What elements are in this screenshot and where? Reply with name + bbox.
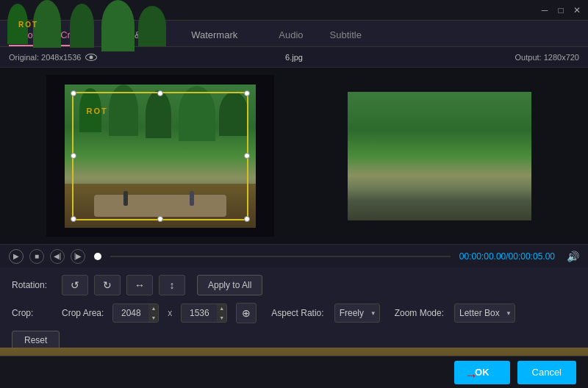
zoom-mode-label: Zoom Mode: bbox=[395, 308, 444, 318]
zoom-mode-select-wrapper: Letter Box bbox=[454, 303, 515, 323]
width-down-button[interactable]: ▼ bbox=[148, 313, 158, 323]
height-up-button[interactable]: ▲ bbox=[217, 303, 226, 313]
ok-button[interactable]: OK bbox=[454, 361, 510, 384]
volume-icon[interactable]: 🔊 bbox=[567, 251, 579, 262]
crop-handle-ml[interactable] bbox=[71, 153, 76, 159]
bottom-bar: → OK Cancel bbox=[0, 356, 588, 388]
crop-handle-br[interactable] bbox=[244, 216, 250, 222]
next-frame-button[interactable]: |▶ bbox=[71, 249, 85, 264]
height-down-button[interactable]: ▼ bbox=[217, 313, 226, 323]
crop-handle-tc[interactable] bbox=[157, 90, 163, 96]
minimize-button[interactable]: ─ bbox=[539, 5, 550, 15]
tab-subtitle[interactable]: Subtitle bbox=[318, 25, 373, 46]
aspect-ratio-select-wrapper: Freely bbox=[334, 303, 380, 323]
aspect-ratio-label: Aspect Ratio: bbox=[271, 308, 323, 318]
close-button[interactable]: ✕ bbox=[572, 5, 582, 15]
cancel-button[interactable]: Cancel bbox=[517, 361, 576, 384]
window-controls: ─ □ ✕ bbox=[539, 5, 582, 15]
flip-horizontal-button[interactable]: ↔ bbox=[126, 275, 153, 295]
crop-handle-tl[interactable] bbox=[71, 90, 76, 96]
stop-button[interactable]: ■ bbox=[29, 249, 44, 264]
original-info: Original: 2048x1536 bbox=[9, 53, 81, 62]
crop-label: Crop: bbox=[12, 308, 56, 318]
filename-label: 6.jpg bbox=[285, 53, 303, 62]
info-bar: Original: 2048x1536 6.jpg Output: 1280x7… bbox=[0, 47, 588, 68]
width-input-group: ▲ ▼ bbox=[112, 303, 159, 323]
crop-handle-tr[interactable] bbox=[244, 90, 250, 96]
preview-area: ROT ROT bbox=[0, 68, 588, 244]
prev-frame-button[interactable]: ◀| bbox=[50, 249, 65, 264]
preview-right: ROT bbox=[337, 82, 542, 229]
crop-overlay[interactable] bbox=[72, 92, 248, 220]
crop-area-label: Crop Area: bbox=[62, 308, 104, 318]
crop-handle-bl[interactable] bbox=[71, 216, 76, 222]
zoom-mode-select[interactable]: Letter Box bbox=[454, 303, 515, 323]
output-info: Output: 1280x720 bbox=[515, 53, 579, 62]
bottom-arrow-indicator: → bbox=[465, 368, 478, 384]
flip-vertical-button[interactable]: ↕ bbox=[159, 275, 185, 295]
x-separator: x bbox=[168, 308, 172, 318]
apply-all-button[interactable]: Apply to All bbox=[197, 275, 262, 295]
tab-watermark[interactable]: Watermark bbox=[179, 25, 249, 46]
time-display: 00:00:00.00/00:00:05.00 bbox=[459, 251, 555, 262]
rotation-label: Rotation: bbox=[12, 280, 56, 290]
play-button[interactable]: ▶ bbox=[9, 249, 24, 264]
rotation-row: Rotation: ↺ ↻ ↔ ↕ Apply to All bbox=[12, 275, 576, 295]
height-input-group: ▲ ▼ bbox=[181, 303, 227, 323]
crop-row: Crop: Crop Area: ▲ ▼ x ▲ ▼ ⊕ Aspect Rati… bbox=[12, 303, 576, 323]
crop-height-input[interactable] bbox=[182, 308, 217, 318]
preview-left: ROT bbox=[46, 75, 274, 237]
center-crop-button[interactable]: ⊕ bbox=[236, 303, 257, 323]
eye-icon[interactable] bbox=[85, 54, 97, 61]
height-spinners: ▲ ▼ bbox=[217, 303, 226, 323]
transport-bar: ▶ ■ ◀| |▶ 00:00:00.00/00:00:05.00 🔊 bbox=[0, 244, 588, 267]
crop-width-input[interactable] bbox=[113, 308, 148, 318]
maximize-button[interactable]: □ bbox=[556, 5, 566, 15]
crop-handle-bc[interactable] bbox=[157, 216, 163, 222]
source-image: ROT bbox=[65, 85, 256, 228]
width-spinners: ▲ ▼ bbox=[148, 303, 158, 323]
crop-handle-mr[interactable] bbox=[244, 153, 250, 159]
width-up-button[interactable]: ▲ bbox=[148, 303, 158, 313]
aspect-ratio-select[interactable]: Freely bbox=[334, 303, 380, 323]
rotate-left-button[interactable]: ↺ bbox=[62, 275, 88, 295]
progress-dot[interactable] bbox=[94, 253, 101, 260]
tab-audio[interactable]: Audio bbox=[267, 25, 315, 46]
rotate-right-button[interactable]: ↻ bbox=[94, 275, 121, 295]
output-preview-image: ROT bbox=[348, 92, 531, 220]
